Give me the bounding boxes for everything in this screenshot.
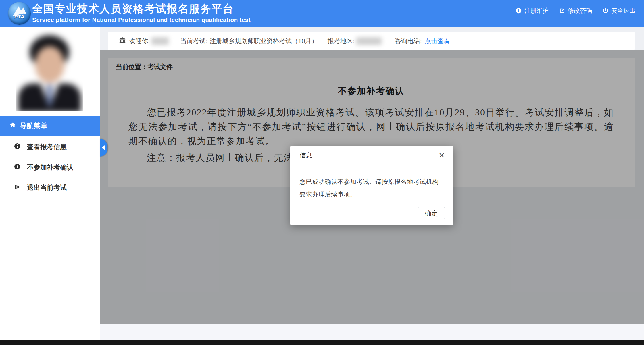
chevron-left-icon	[102, 145, 105, 150]
page-root: PTA 全国专业技术人员资格考试报名服务平台 Service platform …	[0, 0, 644, 345]
header-links: 注册维护 修改密码 安全退出	[516, 0, 635, 21]
close-icon[interactable]: ✕	[437, 151, 446, 160]
phone-label: 咨询电话:	[395, 37, 422, 45]
sign-out-icon	[14, 184, 21, 192]
region-label: 报考地区:	[328, 37, 355, 45]
phone-view-link[interactable]: 点击查看	[425, 37, 450, 45]
sidebar-item-no-makeup-exam-confirm[interactable]: 不参加补考确认	[0, 157, 100, 178]
app-subtitle: Service platform for National Profession…	[32, 16, 251, 23]
sidebar-item-exit-current-exam[interactable]: 退出当前考试	[0, 178, 100, 198]
logo-text: PTA	[8, 14, 31, 20]
info-circle-icon	[14, 143, 21, 151]
sidebar-nav-header-label: 导航菜单	[20, 121, 47, 130]
home-icon	[9, 122, 16, 130]
edit-icon	[559, 7, 565, 14]
safe-logout-link[interactable]: 安全退出	[602, 7, 635, 15]
current-exam-label: 当前考试:	[180, 37, 207, 45]
current-exam-value: 注册城乡规划师职业资格考试（10月）	[209, 37, 318, 45]
app-title: 全国专业技术人员资格考试报名服务平台	[32, 2, 251, 16]
title-block: 全国专业技术人员资格考试报名服务平台 Service platform for …	[32, 2, 251, 23]
sidebar-item-view-registration-info[interactable]: 查看报考信息	[0, 137, 100, 157]
header-link-label: 修改密码	[568, 7, 592, 15]
sidebar-item-label: 查看报考信息	[27, 142, 67, 151]
sidebar-nav-header: 导航菜单	[0, 116, 100, 136]
sidebar-menu: 查看报考信息 不参加补考确认 退出当前考试	[0, 137, 100, 198]
info-circle-icon	[516, 7, 522, 14]
info-circle-icon	[14, 163, 21, 172]
modal-header: 信息 ✕	[290, 146, 453, 165]
sidebar: 导航菜单 查看报考信息 不参加补考确认 退出当前考试	[0, 27, 100, 340]
sidebar-item-label: 不参加补考确认	[27, 163, 73, 172]
logo-peaks-icon	[8, 2, 31, 25]
footer-area	[100, 324, 644, 340]
pta-logo: PTA	[8, 2, 31, 25]
app-header: PTA 全国专业技术人员资格考试报名服务平台 Service platform …	[0, 0, 644, 27]
modal-message: 您已成功确认不参加考试。请按原报名地考试机构要求办理后续事项。	[290, 165, 453, 201]
user-photo-blurred	[16, 30, 83, 111]
header-link-label: 安全退出	[611, 7, 635, 15]
welcome-label: 欢迎你:	[129, 37, 150, 45]
ok-button[interactable]: 确定	[418, 207, 445, 219]
sidebar-item-label: 退出当前考试	[27, 183, 67, 192]
user-name-blurred	[151, 37, 169, 45]
welcome-bar: 欢迎你: 当前考试: 注册城乡规划师职业资格考试（10月） 报考地区: 咨询电话…	[108, 32, 635, 50]
modal-title: 信息	[299, 151, 312, 160]
bank-icon	[119, 36, 129, 46]
change-password-link[interactable]: 修改密码	[559, 7, 592, 15]
header-link-label: 注册维护	[524, 7, 549, 15]
info-modal: 信息 ✕ 您已成功确认不参加考试。请按原报名地考试机构要求办理后续事项。 确定	[290, 146, 453, 225]
user-photo-blur-shapes	[16, 30, 83, 111]
register-maintain-link[interactable]: 注册维护	[516, 7, 549, 15]
region-value-blurred	[356, 37, 382, 45]
power-icon	[602, 7, 609, 14]
bottom-black-bar	[0, 340, 644, 345]
